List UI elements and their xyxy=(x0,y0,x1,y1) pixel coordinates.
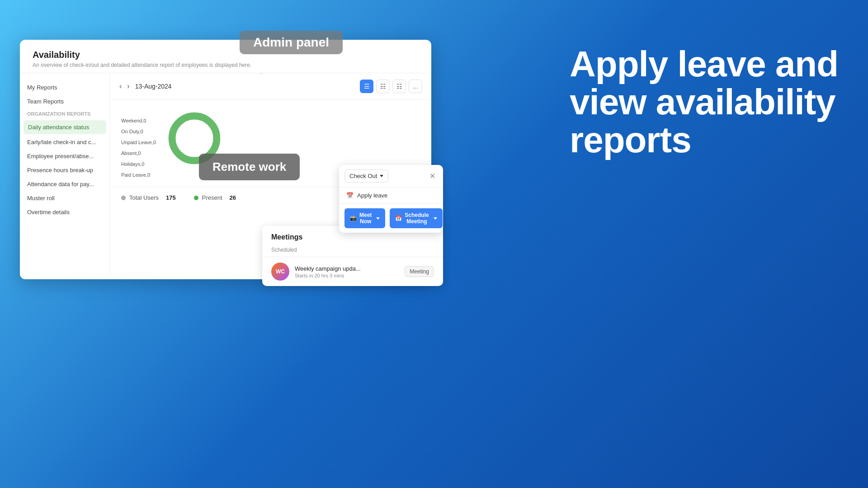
meeting-time: Starts in 20 hrs 3 mins xyxy=(295,273,399,278)
sidebar-item-early-late[interactable]: Early/late check-in and c... xyxy=(20,135,110,149)
sidebar-item-team-reports[interactable]: Team Reports xyxy=(20,94,110,108)
chart-labels: Weekend,0 On Duty,0 Unpaid Leave,0 Absen… xyxy=(121,109,156,178)
panel-header: Availability An overview of check-in/out… xyxy=(20,40,431,73)
stat-value-present: 26 xyxy=(230,194,236,201)
apply-leave-row[interactable]: 📅 Apply leave xyxy=(339,188,443,203)
stat-total-users: Total Users 175 xyxy=(121,194,176,201)
checkout-header: Check Out ✕ xyxy=(339,165,443,188)
meet-now-label: Meet Now xyxy=(359,212,372,225)
sidebar-item-my-reports[interactable]: My Reports xyxy=(20,80,110,94)
checkout-chevron-icon xyxy=(380,175,383,177)
chart-label-3: Absent,0 xyxy=(121,150,156,156)
checkout-button[interactable]: Check Out xyxy=(344,169,388,183)
sidebar-item-overtime[interactable]: Overtime details xyxy=(20,205,110,219)
schedule-chevron-icon xyxy=(434,217,437,220)
close-button[interactable]: ✕ xyxy=(427,171,438,182)
sidebar-item-attendance-data[interactable]: Attendance data for pay... xyxy=(20,177,110,191)
more-options-button[interactable]: … xyxy=(409,80,422,93)
stat-label-total: Total Users xyxy=(129,194,159,201)
meet-now-button[interactable]: 📸 Meet Now xyxy=(344,208,385,228)
bar-view-button[interactable]: ☰ xyxy=(360,80,373,93)
schedule-meeting-button[interactable]: 📅 Schedule Meeting xyxy=(390,208,442,228)
present-label: Present,26 xyxy=(242,73,268,75)
chart-label-4: Holidays,0 xyxy=(121,161,156,167)
sidebar-item-muster-roll[interactable]: Muster roll xyxy=(20,191,110,205)
meeting-item: WC Weekly campaign upda... Starts in 20 … xyxy=(262,257,443,286)
remote-work-popup: Remote work xyxy=(199,154,300,180)
meetings-card: Meetings Scheduled WC Weekly campaign up… xyxy=(262,226,443,286)
filter-button[interactable]: ☷ xyxy=(392,80,406,93)
panel-title: Availability xyxy=(33,50,419,60)
calendar-icon: 📅 xyxy=(346,192,354,199)
schedule-icon: 📅 xyxy=(395,215,402,221)
meeting-info: Weekly campaign upda... Starts in 20 hrs… xyxy=(295,265,399,278)
avatar-initials: WC xyxy=(276,268,285,275)
stat-value-total: 175 xyxy=(166,194,176,201)
hero-text-container: Apply leave and view availability report… xyxy=(570,45,841,159)
meeting-title: Weekly campaign upda... xyxy=(295,265,399,272)
meeting-badge: Meeting xyxy=(405,266,434,277)
action-buttons: 📸 Meet Now 📅 Schedule Meeting xyxy=(339,203,443,233)
meet-chevron-icon xyxy=(376,217,380,220)
hero-heading: Apply leave and view availability report… xyxy=(570,45,841,159)
chart-label-1: On Duty,0 xyxy=(121,129,156,134)
chart-label-2: Unpaid Leave,0 xyxy=(121,140,156,145)
stat-label-present: Present xyxy=(202,194,222,201)
date-bar: ‹ › 13-Aug-2024 ☰ ☷ ☷ … xyxy=(110,73,431,100)
chart-label-5: Paid Leave,0 xyxy=(121,172,156,178)
sidebar: My Reports Team Reports Organization Rep… xyxy=(20,73,110,277)
schedule-meeting-label: Schedule Meeting xyxy=(405,212,429,225)
meetings-subheader: Scheduled xyxy=(262,245,443,257)
sidebar-org-label: Organization Reports xyxy=(20,108,110,119)
chart-label-0: Weekend,0 xyxy=(121,118,156,123)
icon-group: ☰ ☷ ☷ … xyxy=(360,80,422,93)
panel-subtitle: An overview of check-in/out and detailed… xyxy=(33,62,419,68)
list-view-button[interactable]: ☷ xyxy=(376,80,390,93)
checkout-label: Check Out xyxy=(349,173,377,179)
sidebar-item-presence-hours[interactable]: Presence hours break-up xyxy=(20,163,110,177)
meeting-avatar: WC xyxy=(271,263,289,281)
admin-panel-label: Admin panel xyxy=(240,31,343,54)
stat-dot-grey xyxy=(121,196,126,200)
prev-date-button[interactable]: ‹ xyxy=(119,82,122,90)
stat-dot-green xyxy=(194,196,198,200)
apply-leave-label: Apply leave xyxy=(357,192,387,199)
checkout-card: Check Out ✕ 📅 Apply leave 📸 Meet Now 📅 S… xyxy=(339,165,443,233)
meet-icon: 📸 xyxy=(350,215,357,221)
date-label: 13-Aug-2024 xyxy=(135,83,172,90)
next-date-button[interactable]: › xyxy=(127,82,129,90)
sidebar-item-employee-present[interactable]: Employee present/abse... xyxy=(20,149,110,163)
stat-present: Present 26 xyxy=(194,194,236,201)
sidebar-item-daily-attendance[interactable]: Daily attendance status xyxy=(24,120,106,134)
